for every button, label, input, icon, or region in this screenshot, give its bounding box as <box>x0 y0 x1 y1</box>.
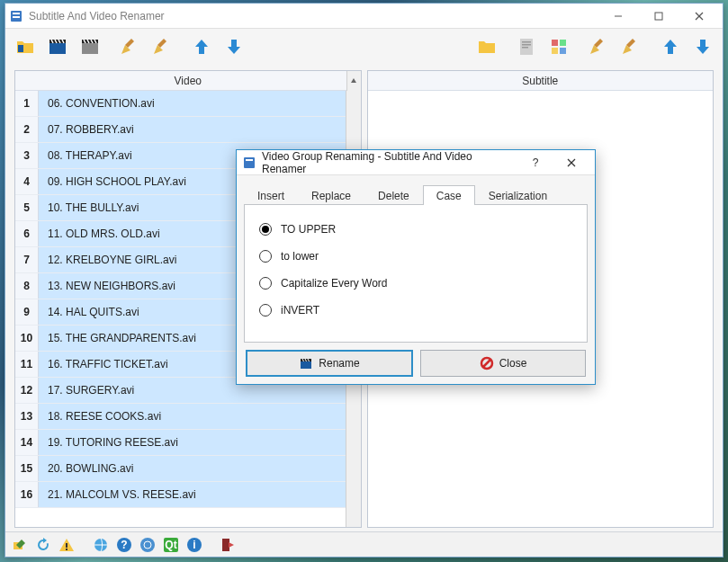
window-title: Subtitle And Video Renamer <box>29 10 598 22</box>
qt-icon[interactable]: Qt <box>162 536 180 554</box>
subtitle-header-label: Subtitle <box>522 75 558 87</box>
move-up-right-button[interactable] <box>656 32 685 61</box>
titlebar: Subtitle And Video Renamer <box>5 4 723 29</box>
move-down-right-button[interactable] <box>688 32 717 61</box>
maximize-button[interactable] <box>638 4 679 28</box>
svg-rect-4 <box>655 13 662 20</box>
radio-to-lower[interactable]: to lower <box>259 243 572 270</box>
row-number: 4 <box>15 169 39 194</box>
row-number: 16 <box>15 482 39 507</box>
broom-right-2-icon[interactable] <box>616 32 645 61</box>
warning-icon[interactable] <box>58 536 76 554</box>
move-up-left-button[interactable] <box>187 32 216 61</box>
table-row[interactable]: 207. ROBBERY.avi <box>15 117 361 143</box>
row-number: 13 <box>15 404 39 429</box>
row-number: 5 <box>15 195 39 220</box>
tab-serialization[interactable]: Serialization <box>475 185 561 205</box>
dialog-title: Video Group Renaming - Subtitle And Vide… <box>262 150 517 175</box>
move-down-left-button[interactable] <box>220 32 248 61</box>
video-panel-header: Video <box>15 71 361 91</box>
svg-rect-32 <box>222 539 229 551</box>
svg-rect-7 <box>18 45 23 52</box>
row-filename: 21. MALCOLM VS. REESE.avi <box>39 482 361 507</box>
table-row[interactable]: 1520. BOWLING.avi <box>15 456 361 482</box>
video-header-label: Video <box>175 75 202 87</box>
svg-rect-18 <box>552 48 558 54</box>
svg-rect-2 <box>13 16 20 18</box>
row-number: 2 <box>15 117 39 142</box>
svg-rect-37 <box>301 361 311 369</box>
table-row[interactable]: 1419. TUTORING REESE.avi <box>15 430 361 456</box>
colored-blocks-icon[interactable] <box>544 32 573 61</box>
help-icon[interactable]: ? <box>115 536 133 554</box>
svg-rect-19 <box>560 48 566 54</box>
dialog-close-button[interactable] <box>553 151 589 174</box>
row-number: 10 <box>15 326 39 351</box>
row-filename: 07. ROBBERY.avi <box>39 117 361 142</box>
radio-label: iNVERT <box>281 304 319 317</box>
toolbar-left <box>5 29 723 65</box>
radio-icon <box>259 277 272 290</box>
svg-text:Qt: Qt <box>165 539 176 551</box>
close-button[interactable] <box>679 4 719 28</box>
svg-rect-1 <box>13 13 20 14</box>
row-filename: 19. TUTORING REESE.avi <box>39 430 361 455</box>
row-number: 6 <box>15 221 39 246</box>
minimize-button[interactable] <box>598 4 638 28</box>
row-number: 12 <box>15 378 39 403</box>
clapperboard-icon <box>299 356 313 370</box>
rename-button-label: Rename <box>319 357 359 370</box>
row-number: 11 <box>15 352 39 377</box>
broom-left-2-icon[interactable] <box>148 32 176 61</box>
table-row[interactable]: 1318. REESE COOKS.avi <box>15 404 361 430</box>
svg-rect-17 <box>560 40 566 46</box>
svg-rect-13 <box>522 41 531 43</box>
broom-left-1-icon[interactable] <box>115 32 144 61</box>
exit-icon[interactable] <box>220 536 238 554</box>
globe-icon[interactable] <box>92 536 110 554</box>
close-dialog-button[interactable]: Close <box>420 350 586 377</box>
tab-replace[interactable]: Replace <box>298 185 364 205</box>
tab-case[interactable]: Case <box>423 185 475 205</box>
svg-text:?: ? <box>121 539 127 551</box>
svg-line-40 <box>483 360 490 367</box>
dialog-app-icon <box>242 156 256 170</box>
radio-capitalize[interactable]: Capitalize Every Word <box>259 270 572 297</box>
un-icon[interactable] <box>139 536 157 554</box>
scroll-up-icon[interactable] <box>346 71 361 91</box>
radio-invert[interactable]: iNVERT <box>259 297 572 324</box>
broom-right-1-icon[interactable] <box>584 32 613 61</box>
doc-grey-icon[interactable] <box>512 32 541 61</box>
radio-icon <box>259 250 272 263</box>
svg-rect-10 <box>82 43 98 54</box>
clapperboard-blue-icon[interactable] <box>43 32 72 61</box>
dialog-tabs: Insert Replace Delete Case Serialization <box>244 184 588 204</box>
radio-label: to lower <box>281 250 319 263</box>
row-filename: 06. CONVENTION.avi <box>39 91 361 116</box>
dialog-titlebar: Video Group Renaming - Subtitle And Vide… <box>237 150 595 175</box>
open-video-folder-button[interactable] <box>11 32 40 61</box>
table-row[interactable]: 106. CONVENTION.avi <box>15 91 361 117</box>
tab-case-body: TO UPPER to lower Capitalize Every Word … <box>244 204 588 343</box>
tab-delete[interactable]: Delete <box>364 185 423 205</box>
row-number: 3 <box>15 143 39 168</box>
row-filename: 18. REESE COOKS.avi <box>39 404 361 429</box>
clapperboard-grey-icon[interactable] <box>76 32 104 61</box>
open-subtitle-folder-button[interactable] <box>472 32 501 61</box>
svg-rect-21 <box>66 543 67 548</box>
tab-insert[interactable]: Insert <box>244 185 298 205</box>
dialog-help-button[interactable]: ? <box>517 151 553 174</box>
row-number: 9 <box>15 299 39 325</box>
refresh-icon[interactable] <box>34 536 52 554</box>
svg-rect-15 <box>522 47 528 49</box>
close-button-label: Close <box>499 357 527 370</box>
radio-to-upper[interactable]: TO UPPER <box>259 216 572 243</box>
svg-point-26 <box>140 538 155 552</box>
rename-button[interactable]: Rename <box>246 350 413 377</box>
radio-label: TO UPPER <box>281 223 336 236</box>
table-row[interactable]: 1621. MALCOLM VS. REESE.avi <box>15 482 361 508</box>
subtitle-panel-header: Subtitle <box>368 71 714 91</box>
rename-dialog: Video Group Renaming - Subtitle And Vide… <box>236 149 596 385</box>
rename-icon[interactable] <box>11 536 29 554</box>
info-icon[interactable]: i <box>185 536 203 554</box>
